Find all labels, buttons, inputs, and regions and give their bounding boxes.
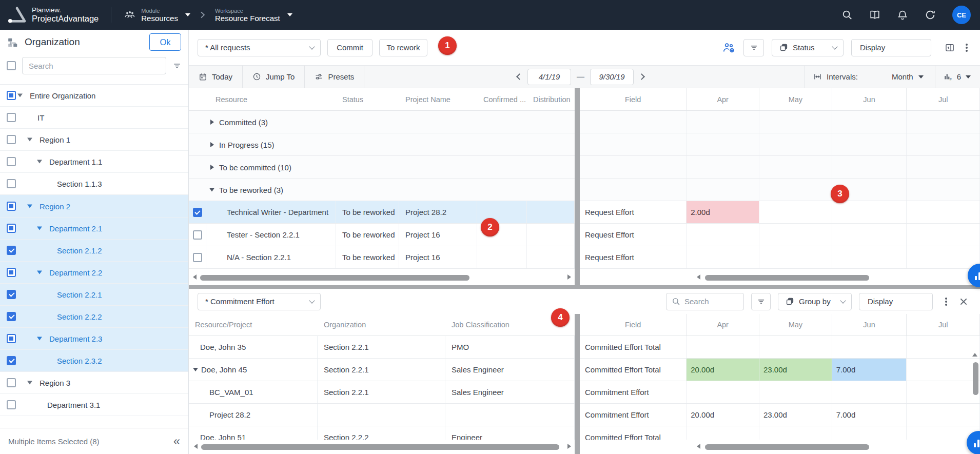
group-row-committed-3[interactable]: Committed (3)	[189, 111, 575, 133]
month-cell[interactable]: 23.00d	[759, 404, 832, 426]
group-row-to-be-reworked-3[interactable]: To be reworked (3)	[189, 179, 575, 201]
tree-item-department-1-1[interactable]: Department 1.1	[0, 151, 188, 173]
tree-checkbox[interactable]	[7, 246, 16, 255]
column-header-may[interactable]: May	[759, 88, 832, 110]
month-cell[interactable]	[687, 224, 759, 246]
hscrollbar-thumb[interactable]	[705, 444, 869, 450]
tree-checkbox[interactable]	[7, 135, 16, 144]
interval-chevron-down-icon[interactable]	[918, 75, 924, 78]
tree-item-region-1[interactable]: Region 1	[0, 129, 188, 151]
tree-item-region-3[interactable]: Region 3	[0, 372, 188, 394]
column-header-project-name[interactable]: Project Name	[399, 88, 477, 110]
caret-down-icon[interactable]	[37, 160, 42, 164]
month-cell[interactable]	[687, 179, 759, 201]
month-cell[interactable]: 7.00d	[832, 359, 907, 381]
month-cell[interactable]	[832, 156, 907, 178]
month-cell[interactable]	[832, 336, 907, 358]
column-header-field[interactable]: Field	[580, 314, 687, 335]
month-cell[interactable]	[687, 381, 759, 403]
month-cell[interactable]	[907, 359, 980, 381]
commitment-row-project-28-2[interactable]: Project 28.2	[189, 404, 575, 426]
more-options-icon[interactable]	[945, 301, 947, 303]
count-chevron-down-icon[interactable]	[966, 75, 971, 78]
month-cell[interactable]	[832, 201, 907, 223]
commitment-search[interactable]	[666, 293, 744, 310]
today-button[interactable]: Today	[189, 66, 243, 88]
vertical-splitter[interactable]	[575, 314, 580, 454]
commit-button[interactable]: Commit	[327, 39, 373, 56]
month-cell[interactable]: 7.00d	[832, 404, 907, 426]
planview-logo[interactable]: Planview. ProjectAdvantage	[7, 6, 99, 24]
column-header-jun[interactable]: Jun	[832, 314, 907, 335]
month-cell[interactable]	[687, 111, 759, 133]
select-all-checkbox[interactable]	[7, 61, 16, 70]
request-row-technical-writer-department[interactable]: Technical Writer - Department To be rewo…	[189, 201, 575, 224]
commitment-search-input[interactable]	[684, 297, 736, 306]
tree-item-department-2-1[interactable]: Department 2.1	[0, 218, 188, 240]
month-cell[interactable]	[759, 201, 832, 223]
tree-checkbox[interactable]	[7, 179, 16, 188]
group-row-to-be-committed-10[interactable]: To be committed (10)	[189, 156, 575, 179]
tree-checkbox[interactable]	[7, 113, 16, 122]
column-header-organization[interactable]: Organization	[318, 314, 445, 335]
tree-checkbox[interactable]	[7, 334, 16, 343]
column-header-field[interactable]: Field	[580, 88, 687, 110]
vscrollbar-thumb[interactable]	[973, 362, 978, 395]
month-cell[interactable]	[687, 246, 759, 268]
row-checkbox[interactable]	[193, 208, 202, 217]
scroll-right-icon[interactable]	[567, 274, 571, 280]
tree-checkbox[interactable]	[7, 91, 16, 100]
column-header-jul[interactable]: Jul	[907, 88, 980, 110]
column-header-resource-project[interactable]: Resource/Project	[189, 314, 318, 335]
row-checkbox[interactable]	[193, 230, 202, 240]
column-header-resource[interactable]: Resource	[206, 88, 336, 110]
caret-down-icon[interactable]	[27, 138, 32, 142]
user-avatar[interactable]: CE	[952, 6, 971, 24]
month-cell[interactable]	[759, 336, 832, 358]
tree-checkbox[interactable]	[7, 224, 16, 233]
tree-item-it[interactable]: IT	[0, 107, 188, 129]
month-cell[interactable]	[832, 133, 907, 155]
tree-checkbox[interactable]	[7, 312, 16, 321]
tree-filter-icon[interactable]	[172, 61, 182, 70]
tree-checkbox[interactable]	[7, 356, 16, 365]
tree-checkbox[interactable]	[7, 400, 16, 409]
hscrollbar-thumb[interactable]	[200, 275, 469, 281]
month-cell[interactable]	[832, 224, 907, 246]
month-cell[interactable]	[832, 111, 907, 133]
month-cell[interactable]	[687, 336, 759, 358]
row-checkbox[interactable]	[193, 253, 202, 262]
commitment-row-doe-john-35[interactable]: Doe, John 35 Section 2.2.1 PMO	[189, 336, 575, 359]
column-header-distribution[interactable]: Distribution	[527, 88, 575, 110]
caret-down-icon[interactable]	[27, 204, 32, 208]
month-cell[interactable]	[907, 201, 980, 223]
org-search-input[interactable]	[22, 57, 166, 74]
tree-checkbox[interactable]	[7, 378, 16, 387]
tree-item-section-1-1-3[interactable]: Section 1.1.3	[0, 173, 188, 195]
refresh-icon[interactable]	[925, 9, 936, 21]
month-cell[interactable]: 23.00d	[759, 359, 832, 381]
tree-item-department-2-3[interactable]: Department 2.3	[0, 328, 188, 350]
request-row-n-a-section-2-2-1[interactable]: N/A - Section 2.2.1 To be reworked Proje…	[189, 246, 575, 269]
month-cell[interactable]	[687, 156, 759, 178]
tree-checkbox[interactable]	[7, 268, 16, 277]
collapse-sidebar-icon[interactable]: «	[173, 436, 180, 446]
month-cell[interactable]: 2.00d	[687, 201, 759, 223]
caret-down-icon[interactable]	[17, 94, 23, 97]
month-cell[interactable]	[907, 404, 980, 426]
display-button-top[interactable]: Display	[851, 39, 931, 56]
month-cell[interactable]	[687, 133, 759, 155]
scroll-left-icon[interactable]	[193, 274, 197, 280]
scroll-right-icon[interactable]	[567, 444, 571, 449]
prev-period-icon[interactable]	[516, 73, 523, 80]
month-cell[interactable]	[759, 246, 832, 268]
tree-checkbox[interactable]	[7, 157, 16, 166]
column-header-apr[interactable]: Apr	[687, 314, 759, 335]
vertical-splitter[interactable]	[575, 88, 580, 285]
scroll-left-icon[interactable]	[194, 444, 198, 449]
month-cell[interactable]	[907, 179, 980, 201]
search-icon[interactable]	[841, 9, 853, 21]
caret-down-icon[interactable]	[193, 368, 198, 371]
notifications-bell-icon[interactable]	[897, 9, 908, 21]
caret-down-icon[interactable]	[37, 226, 42, 230]
